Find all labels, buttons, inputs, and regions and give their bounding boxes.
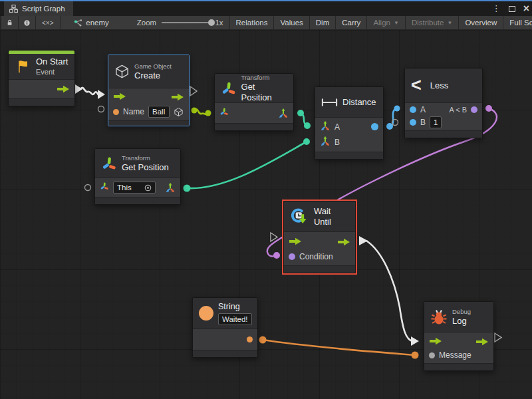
unity-visual-scripting-window: Script Graph ⋮ × <×> <box>0 0 532 399</box>
port-label: Condition <box>299 252 333 261</box>
wait-until-icon <box>290 207 309 227</box>
graph-info-segment: enemy Zoom 1x <box>61 16 229 29</box>
node-title: Get Position <box>241 82 287 103</box>
port-label: A <box>334 122 340 132</box>
node-subtitle: Event <box>36 67 68 76</box>
node-wait-until[interactable]: Wait Until Condition <box>283 201 356 273</box>
object-picker-icon[interactable] <box>144 184 152 192</box>
vector3-input-port-a[interactable] <box>320 120 331 134</box>
toolbar-button-fullscreen[interactable]: Full Screen <box>503 16 532 29</box>
port-label: B <box>420 118 426 127</box>
number-input-port-a[interactable] <box>410 106 416 113</box>
lock-icon <box>7 18 13 27</box>
node-get-position-2[interactable]: Transform Get Position This <box>94 148 181 205</box>
string-value-field[interactable]: Waited! <box>218 313 252 325</box>
string-output-port[interactable] <box>247 336 253 342</box>
port-label: Name <box>123 107 144 116</box>
graph-toolbar: <×> enemy Zoom 1x Relations Values Dim C… <box>0 16 532 30</box>
string-input-port[interactable] <box>113 109 119 115</box>
vector3-input-port-b[interactable] <box>320 136 331 149</box>
less-icon: < <box>411 76 422 94</box>
script-graph-icon <box>9 5 18 13</box>
flow-output-port[interactable] <box>475 338 489 346</box>
node-on-start[interactable]: On Start Event <box>8 50 75 106</box>
flow-output-port[interactable] <box>57 85 70 93</box>
string-icon <box>199 306 213 321</box>
node-create-gameobject[interactable]: Game Object Create Name Ball <box>108 55 190 126</box>
toolbar-button-distribute[interactable]: Distribute ▼ <box>406 16 459 29</box>
close-icon[interactable]: × <box>523 3 529 14</box>
active-node-highlight: Wait Until Condition <box>282 200 357 275</box>
toolbar-button-relations[interactable]: Relations <box>230 16 274 29</box>
node-less[interactable]: < Less A A < B B 1 <box>404 68 483 138</box>
dropdown-icon: ▼ <box>394 20 399 26</box>
toolbar-button-overview[interactable]: Overview <box>459 16 503 29</box>
node-title: Wait Until <box>314 206 349 227</box>
node-title: Distance <box>342 97 376 108</box>
graph-name[interactable]: enemy <box>86 19 109 27</box>
edit-graph-button[interactable]: <×> <box>36 16 60 29</box>
port-label: A <box>420 105 426 114</box>
cube-icon <box>114 64 130 79</box>
maximize-icon[interactable] <box>509 6 515 12</box>
node-footer <box>284 265 355 273</box>
node-title: Log <box>452 316 471 327</box>
boolean-input-port[interactable] <box>289 253 295 260</box>
node-string-literal[interactable]: String Waited! <box>192 297 258 358</box>
tab-bar: Script Graph ⋮ × <box>0 1 532 16</box>
vector3-output-port[interactable] <box>165 182 176 193</box>
number-input-port-b[interactable] <box>410 119 416 126</box>
flow-input-port[interactable] <box>113 91 126 103</box>
window-menu-icon[interactable]: ⋮ <box>492 3 501 14</box>
name-value-field[interactable]: Ball <box>148 106 170 118</box>
transform-icon <box>221 80 237 96</box>
lock-button[interactable] <box>1 16 18 29</box>
node-title: Create <box>134 70 172 81</box>
node-title: On Start <box>36 57 68 67</box>
flow-output-port[interactable] <box>171 93 184 101</box>
flow-input-port[interactable] <box>289 236 302 248</box>
toolbar-button-carry[interactable]: Carry <box>336 16 366 29</box>
message-input-port[interactable] <box>429 352 435 358</box>
node-footer <box>405 130 482 138</box>
node-category: Game Object <box>134 63 172 70</box>
node-title: String <box>218 301 252 312</box>
node-debug-log[interactable]: Debug Log Message <box>424 301 494 371</box>
node-get-position-1[interactable]: Transform Get Position <box>214 73 294 131</box>
tab-script-graph[interactable]: Script Graph <box>4 1 73 16</box>
tab-title: Script Graph <box>22 5 65 13</box>
node-footer <box>315 152 383 159</box>
toolbar-button-align[interactable]: Align ▼ <box>367 16 405 29</box>
node-footer <box>424 363 493 370</box>
transform-input-port[interactable] <box>219 107 229 119</box>
boolean-output-port[interactable] <box>471 106 477 113</box>
transform-icon <box>101 156 117 172</box>
bug-icon <box>430 309 448 326</box>
flow-output-port[interactable] <box>337 238 350 246</box>
toolbar-button-values[interactable]: Values <box>274 16 309 29</box>
node-title: Less <box>430 80 448 91</box>
gameobject-type-icon <box>174 107 184 117</box>
toolbar-button-dim[interactable]: Dim <box>310 16 335 29</box>
inspect-button[interactable] <box>19 16 35 29</box>
vector3-output-port[interactable] <box>278 108 289 118</box>
node-distance[interactable]: Distance A B <box>315 86 384 160</box>
node-category: Debug <box>452 308 471 316</box>
zoom-slider-handle[interactable] <box>208 19 215 26</box>
b-value-field[interactable]: 1 <box>430 116 442 128</box>
node-category: Transform <box>122 154 169 162</box>
graph-breadcrumb-icon <box>74 19 82 27</box>
flag-icon <box>15 59 31 74</box>
number-output-port[interactable] <box>371 123 378 130</box>
result-label: A < B <box>449 106 467 114</box>
node-title: Get Position <box>122 162 169 173</box>
info-icon <box>24 19 30 27</box>
flow-input-port[interactable] <box>429 336 442 348</box>
node-footer <box>193 350 257 357</box>
port-label: Message <box>439 350 471 360</box>
transform-input-port[interactable] <box>100 182 109 194</box>
node-footer <box>215 123 293 130</box>
target-object-field[interactable]: This <box>113 182 156 194</box>
zoom-slider[interactable] <box>162 22 212 23</box>
zoom-value: 1x <box>215 19 223 27</box>
